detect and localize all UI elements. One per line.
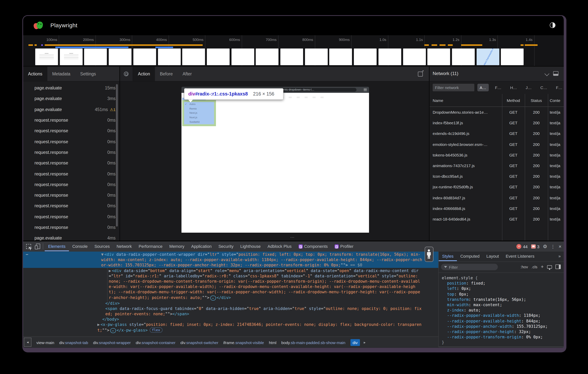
network-filter-chip[interactable]: A… — [477, 84, 489, 91]
elements-tree-node[interactable]: </body> — [23, 316, 438, 322]
breadcrumb-item[interactable]: div.snapshot-tab — [59, 340, 88, 345]
style-property[interactable]: --radix-popper-anchor-width: 155.703125p… — [442, 324, 561, 329]
chevron-down-icon[interactable] — [545, 71, 549, 76]
actions-scrollbar[interactable] — [116, 84, 118, 227]
breadcrumb-back-button[interactable]: ◂ — [24, 338, 32, 347]
network-row[interactable]: tokens-b6450536.jsGET200text/ja — [430, 150, 564, 160]
devtools-settings-icon[interactable]: ⚙ — [543, 241, 547, 252]
film-thumbnail[interactable]: Select frameworks ▾ — [476, 49, 499, 65]
col-content-type[interactable]: Conte — [548, 98, 564, 103]
more-tabs-icon[interactable]: » — [558, 252, 561, 261]
devtools-tab-sources[interactable]: Sources — [91, 241, 113, 251]
col-name[interactable]: Name — [433, 98, 502, 103]
collapsed-content-icon[interactable]: … — [110, 328, 116, 333]
devtools-tab-elements[interactable]: Elements — [45, 241, 69, 251]
elements-tree-node[interactable]: </div> — [23, 300, 438, 306]
film-thumbnail[interactable] — [305, 49, 327, 65]
film-thumbnail[interactable] — [354, 49, 377, 65]
network-row[interactable]: animations-7437c217.jsGET200text/ja — [430, 160, 564, 171]
device-toolbar-icon[interactable] — [34, 243, 41, 249]
film-thumbnail[interactable] — [329, 49, 352, 65]
style-property[interactable]: position: fixed; — [442, 280, 561, 286]
devtools-tab-network[interactable]: Network — [113, 241, 135, 251]
network-filter-chip[interactable]: H… — [508, 84, 519, 91]
breadcrumb-item[interactable]: div.snapshot-wrapper — [93, 340, 131, 345]
network-row[interactable]: extends-4c19d496.jsGET200text/ja — [430, 128, 564, 139]
network-row[interactable]: jsx-runtime-f025d0fb.jsGET200text/ja — [430, 182, 564, 192]
expand-arrow-icon[interactable]: ▶ — [109, 268, 111, 273]
tab-before[interactable]: Before — [155, 67, 178, 81]
devtools-tab-components[interactable]: Components — [295, 241, 331, 251]
expand-arrow-icon[interactable]: ▼ — [101, 252, 104, 256]
network-filter-chip[interactable]: F… — [493, 84, 504, 91]
console-errors-icon[interactable]: × — [517, 244, 522, 249]
film-thumbnail[interactable] — [403, 49, 426, 65]
style-property[interactable]: --radix-popper-available-width: 1184px; — [442, 313, 561, 318]
tab-settings[interactable]: Settings — [75, 67, 101, 81]
action-row[interactable]: request.response0ms — [23, 115, 119, 126]
film-thumbnail[interactable] — [158, 49, 180, 65]
film-thumbnail[interactable] — [501, 49, 524, 65]
action-row[interactable]: page.evaluate451ms⚠1 — [23, 104, 119, 115]
col-status[interactable]: Status — [525, 98, 548, 103]
elements-tree-node[interactable]: ▶<x-pw-glass style="position: fixed; ins… — [23, 322, 438, 333]
new-style-rule-icon[interactable]: + — [541, 264, 544, 270]
action-row[interactable]: request.response0ms — [23, 201, 119, 212]
flex-badge[interactable]: flex — [150, 327, 162, 332]
film-thumbnail[interactable] — [427, 49, 450, 65]
toggle-class-button[interactable]: .cls — [531, 265, 537, 269]
trace-timeline[interactable]: 100ms200ms300ms400ms500ms600ms700ms800ms… — [23, 35, 564, 67]
breadcrumb-item[interactable]: div.snapshot-switcher — [180, 340, 218, 345]
film-thumbnail[interactable] — [133, 49, 156, 65]
network-row[interactable]: emotion-styled.browser.esm-…GET200text/j… — [430, 139, 564, 150]
style-property[interactable]: transform: translate(16px, 56px); — [442, 297, 561, 302]
sidebar-dock-icon[interactable] — [556, 265, 561, 269]
film-thumbnail[interactable] — [35, 49, 58, 65]
breadcrumb-item[interactable]: view-main — [36, 340, 54, 345]
devtools-tab-security[interactable]: Security — [215, 241, 237, 251]
collapsed-content-icon[interactable]: … — [210, 295, 216, 300]
network-row[interactable]: index-80d834d7.jsGET200text/ja — [430, 192, 564, 203]
breadcrumb-item[interactable]: div — [350, 339, 360, 346]
devtools-resize-handle[interactable]: ⋯ — [290, 235, 295, 240]
styles-filter-input[interactable] — [449, 265, 487, 269]
toggle-hover-state-button[interactable]: :hov — [521, 265, 528, 269]
expand-arrow-icon[interactable]: ▶ — [97, 322, 100, 327]
style-property[interactable]: top: 0px; — [442, 291, 561, 297]
network-row[interactable]: Icon-dbcc95a4.jsGET200text/ja — [430, 171, 564, 182]
styles-tab-event-listeners[interactable]: Event Listeners — [502, 252, 538, 261]
elements-tree-node[interactable]: ⋯▼<div data-radix-popper-content-wrapper… — [23, 252, 438, 268]
breadcrumb-item[interactable]: iframe.snapshot-visible — [223, 340, 264, 345]
network-filter-chip[interactable]: J… — [523, 84, 534, 91]
accessibility-person-icon[interactable] — [425, 247, 433, 262]
style-property[interactable]: --radix-popper-transform-origin: 0% 0px; — [442, 334, 561, 340]
elements-tree-node[interactable]: <span data-radix-focus-guard tabindex="0… — [23, 306, 438, 317]
devtools-tab-memory[interactable]: Memory — [166, 241, 188, 251]
action-row[interactable]: page.evaluate3ms — [23, 93, 119, 104]
action-row[interactable]: request.response0ms — [23, 222, 119, 233]
pick-locator-cell[interactable] — [120, 67, 133, 81]
styles-tab-computed[interactable]: Computed — [457, 252, 483, 261]
film-thumbnail[interactable] — [60, 49, 82, 65]
tab-action[interactable]: Action — [133, 67, 155, 81]
network-row[interactable]: index-406668b8.jsGET200text/ja — [430, 203, 564, 214]
action-row[interactable]: request.response0ms — [23, 136, 119, 147]
network-row[interactable]: DropdownMenu.stories-ae1e…GET200text/ja — [430, 107, 564, 118]
breadcrumb-item[interactable]: div.snapshot-container — [136, 340, 175, 345]
tab-actions[interactable]: Actions — [23, 67, 47, 81]
action-row[interactable]: request.response0ms — [23, 190, 119, 201]
devtools-menu-icon[interactable]: ⋮ — [551, 244, 555, 249]
style-property[interactable]: --radix-popper-available-height: 844px; — [442, 318, 561, 323]
inspect-element-icon[interactable] — [25, 243, 32, 249]
film-thumbnail[interactable] — [182, 49, 205, 65]
style-property[interactable]: --radix-popper-anchor-height: 32px; — [442, 329, 561, 334]
network-row[interactable]: react-18-640ded64.jsGET200text/ja — [430, 214, 564, 224]
tab-after[interactable]: After — [178, 67, 197, 81]
style-property[interactable]: min-width: max-content; — [442, 302, 561, 307]
devtools-tab-application[interactable]: Application — [188, 241, 215, 251]
style-selector[interactable]: element.style — [442, 276, 473, 280]
style-property[interactable]: left: 0px; — [442, 286, 561, 291]
film-thumbnail[interactable] — [109, 49, 131, 65]
style-property[interactable]: z-index: auto; — [442, 307, 561, 313]
dock-layout-icon[interactable] — [553, 71, 558, 76]
